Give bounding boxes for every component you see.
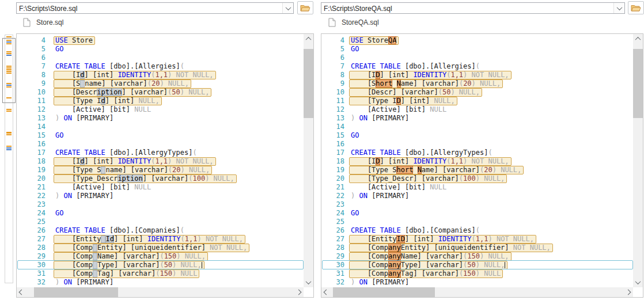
right-vscroll-thumb[interactable]: [633, 49, 643, 118]
diff-mark[interactable]: [6, 134, 12, 135]
left-vscroll-thumb[interactable]: [304, 49, 313, 118]
code-line-30[interactable]: 30 [CompanyType] [varchar](50) NULL,: [321, 261, 633, 269]
right-vertical-scrollbar[interactable]: [633, 34, 643, 287]
chevron-down-icon[interactable]: [304, 278, 313, 287]
code-line-7[interactable]: 7CREATE TABLE [dbo].[Allergies](: [17, 62, 304, 71]
code-line-9[interactable]: 9 [Short Name] [varchar](20) NULL,: [321, 79, 633, 88]
left-code-area[interactable]: 4USE Store5GO67CREATE TABLE [dbo].[Aller…: [17, 34, 304, 287]
code-line-28[interactable]: 28 [CompanyEntity] [uniqueidentifier] NO…: [321, 244, 633, 252]
code-line-11[interactable]: 11 [Type ID] [int] NULL,: [321, 97, 633, 105]
code-line-11[interactable]: 11 [Type Id] [int] NULL,: [17, 97, 304, 105]
code-line-24[interactable]: 24GO: [321, 209, 633, 218]
right-browse-button[interactable]: [628, 1, 644, 14]
code-line-29[interactable]: 29 [CompName] [varchar](150) NULL,: [17, 252, 304, 261]
code-token: any: [388, 244, 401, 252]
right-code-area[interactable]: 4USE StoreQA5GO67CREATE TABLE [dbo].[All…: [321, 34, 633, 287]
left-file-tab[interactable]: Store.sql: [23, 17, 63, 28]
code-line-17[interactable]: 17CREATE TABLE [dbo].[AllergyTypes](: [321, 149, 633, 157]
code-line-18[interactable]: 18 [Id] [int] IDENTITY(1,1) NOT NULL,: [17, 157, 304, 166]
code-line-25[interactable]: 25: [17, 218, 304, 226]
code-line-20[interactable]: 20 [Type_Description] [varchar](100) NUL…: [17, 174, 304, 183]
code-line-27[interactable]: 27 [EntityId] [int] IDENTITY(1,1) NOT NU…: [17, 235, 304, 244]
left-path-input[interactable]: [17, 3, 285, 14]
code-line-27[interactable]: 27 [EntityID] [int] IDENTITY(1,1) NOT NU…: [321, 235, 633, 244]
code-line-16[interactable]: 16: [17, 140, 304, 149]
code-line-15[interactable]: 15GO: [17, 131, 304, 140]
code-line-30[interactable]: 30 [CompType] [varchar](50) NULL,: [17, 261, 304, 269]
chevron-right-icon[interactable]: [623, 287, 633, 297]
right-path-combobox[interactable]: [321, 2, 625, 14]
code-line-8[interactable]: 8 [ID] [int] IDENTITY(1,1) NOT NULL,: [321, 71, 633, 79]
code-line-5[interactable]: 5GO: [17, 45, 304, 54]
overview-viewport-handle[interactable]: [2, 38, 16, 103]
code-line-26[interactable]: 26CREATE TABLE [dbo].[Companies](: [321, 226, 633, 235]
code-line-18[interactable]: 18 [ID] [int] IDENTITY(1,1) NOT NULL,: [321, 157, 633, 166]
diff-mark[interactable]: [6, 147, 12, 149]
diff-mark[interactable]: [6, 109, 12, 110]
diff-mark[interactable]: [6, 132, 12, 134]
left-path-dropdown-button[interactable]: [282, 3, 293, 13]
code-line-28[interactable]: 28 [CompEntity] [uniqueidentifier] NOT N…: [17, 244, 304, 252]
code-line-23[interactable]: 23: [17, 200, 304, 209]
code-line-6[interactable]: 6: [321, 54, 633, 62]
code-line-20[interactable]: 20 [Type_Descr] [varchar](100) NULL,: [321, 174, 633, 183]
code-line-22[interactable]: 22) ON [PRIMARY]: [321, 192, 633, 200]
code-line-29[interactable]: 29 [CompanyName] [varchar](150) NULL,: [321, 252, 633, 261]
diff-mark[interactable]: [6, 111, 12, 112]
left-hscroll-thumb[interactable]: [34, 287, 118, 297]
code-line-10[interactable]: 10 [Description] [varchar](50) NULL,: [17, 88, 304, 97]
left-path-combobox[interactable]: [16, 2, 294, 14]
diff-mark[interactable]: [6, 146, 12, 147]
code-token: USE: [55, 36, 72, 44]
left-vertical-scrollbar[interactable]: [304, 34, 313, 287]
right-path-dropdown-button[interactable]: [613, 3, 624, 13]
right-hscroll-thumb[interactable]: [333, 287, 435, 297]
chevron-right-icon[interactable]: [294, 287, 304, 297]
code-line-21[interactable]: 21 [Active] [bit] NULL: [321, 183, 633, 192]
code-line-8[interactable]: 8 [Id] [int] IDENTITY(1,1) NOT NULL,: [17, 71, 304, 79]
chevron-left-icon[interactable]: [17, 287, 26, 297]
right-horizontal-scrollbar[interactable]: [321, 287, 633, 297]
code-line-19[interactable]: 19 [Type Short Name] [varchar](20) NULL,: [321, 166, 633, 174]
code-line-19[interactable]: 19 [Type Sname] [varchar](20) NULL,: [17, 166, 304, 174]
code-line-6[interactable]: 6: [17, 54, 304, 62]
chevron-up-icon[interactable]: [304, 34, 313, 44]
code-token: Store: [72, 36, 93, 44]
code-line-21[interactable]: 21 [Active] [bit] NULL: [17, 183, 304, 192]
chevron-left-icon[interactable]: [321, 287, 331, 297]
code-line-16[interactable]: 16: [321, 140, 633, 149]
code-line-7[interactable]: 7CREATE TABLE [dbo].[Allergies](: [321, 62, 633, 71]
right-path-input[interactable]: [321, 3, 616, 14]
code-line-14[interactable]: 14: [17, 123, 304, 131]
code-line-15[interactable]: 15GO: [321, 131, 633, 140]
code-line-12[interactable]: 12 [Active] [bit] NULL: [17, 105, 304, 114]
code-line-24[interactable]: 24GO: [17, 209, 304, 218]
code-line-32[interactable]: 32) ON [PRIMARY]: [321, 278, 633, 287]
code-line-22[interactable]: 22) ON [PRIMARY]: [17, 192, 304, 200]
code-line-4[interactable]: 4USE Store: [17, 36, 304, 45]
diff-line-content: [CompEntity] [uniqueidentifier] NOT NULL…: [54, 244, 249, 252]
code-line-31[interactable]: 31 [CompTag] [varchar](150) NULL: [17, 269, 304, 278]
chevron-up-icon[interactable]: [633, 34, 643, 44]
code-line-12[interactable]: 12 [Active] [bit] NULL: [321, 105, 633, 114]
chevron-down-icon[interactable]: [633, 278, 643, 287]
code-line-5[interactable]: 5GO: [321, 45, 633, 54]
code-line-14[interactable]: 14: [321, 123, 633, 131]
code-line-4[interactable]: 4USE StoreQA: [321, 36, 633, 45]
right-file-tab[interactable]: StoreQA.sql: [328, 17, 379, 28]
diff-mark[interactable]: [6, 36, 12, 37]
code-line-31[interactable]: 31 [CompanyTag] [varchar](150) NULL: [321, 269, 633, 278]
code-line-23[interactable]: 23: [321, 200, 633, 209]
left-browse-button[interactable]: [297, 1, 313, 14]
code-line-10[interactable]: 10 [Descr] [varchar](50) NULL,: [321, 88, 633, 97]
code-line-13[interactable]: 13) ON [PRIMARY]: [321, 114, 633, 123]
line-content: GO: [55, 45, 63, 54]
diff-mark[interactable]: [6, 149, 12, 150]
code-line-17[interactable]: 17CREATE TABLE [dbo].[AllergyTypes](: [17, 149, 304, 157]
code-line-25[interactable]: 25: [321, 218, 633, 226]
code-line-9[interactable]: 9 [Sname] [varchar](20) NULL,: [17, 79, 304, 88]
code-line-13[interactable]: 13) ON [PRIMARY]: [17, 114, 304, 123]
left-horizontal-scrollbar[interactable]: [17, 287, 304, 297]
code-line-26[interactable]: 26CREATE TABLE [dbo].[Companies](: [17, 226, 304, 235]
code-line-32[interactable]: 32) ON [PRIMARY]: [17, 278, 304, 287]
